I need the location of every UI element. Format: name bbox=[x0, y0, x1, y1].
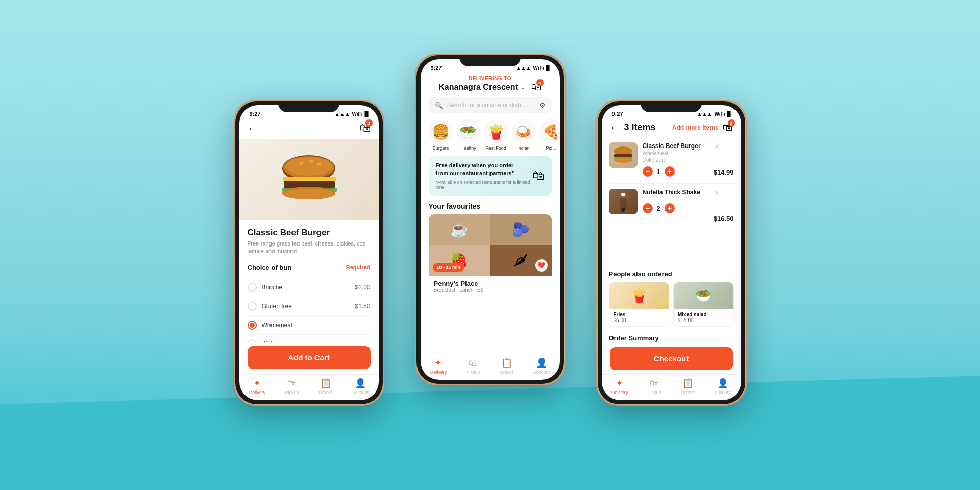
svg-rect-12 bbox=[614, 154, 632, 157]
nav-delivery-label-1: Delivery bbox=[249, 390, 266, 395]
option-wholemeal[interactable]: Wholemeal bbox=[248, 316, 371, 335]
pickup-icon-3: 🛍 bbox=[650, 378, 659, 389]
option-label-glutenfree: Gluten free bbox=[262, 303, 355, 310]
nav-pickup-3[interactable]: 🛍 Pickup bbox=[648, 378, 662, 395]
option-label-whitesesame: White sesame bbox=[262, 340, 371, 342]
restaurant-sub: Breakfast · Lunch · $$ bbox=[434, 287, 483, 293]
remove-burger-button[interactable]: ✕ bbox=[714, 142, 720, 151]
qty-increase-shake[interactable]: + bbox=[665, 203, 675, 213]
search-bar[interactable]: 🔍 Search for a cuisine or dish... ⚙ bbox=[429, 97, 552, 113]
option-glutenfree[interactable]: Gluten free $1.50 bbox=[248, 297, 371, 316]
nav-orders-label-1: Orders bbox=[318, 390, 333, 395]
nav-pickup-2[interactable]: 🛍 Pickup bbox=[467, 358, 480, 375]
notch-1 bbox=[278, 101, 339, 112]
battery-icon-2: █ bbox=[546, 65, 549, 71]
back-button-3[interactable]: ← bbox=[610, 121, 620, 133]
restaurant-card[interactable]: ☕ 🫐 🍓 🌶 10 - 15 min ❤️ Penny's Place Bre… bbox=[429, 214, 552, 297]
nav-delivery-label-2: Delivery bbox=[430, 370, 447, 375]
burgers-emoji: 🍔 bbox=[429, 119, 453, 144]
status-time-1: 9:27 bbox=[250, 111, 261, 117]
nav-orders-2[interactable]: 📋 Orders bbox=[500, 357, 514, 375]
cart-badge-2: 3 bbox=[536, 79, 544, 86]
nav-delivery-label-3: Delivery bbox=[611, 390, 628, 395]
food-img-1: ☕ bbox=[429, 214, 491, 245]
nav-account-label-1: Account bbox=[352, 390, 369, 395]
nav-account-3[interactable]: 👤 Account bbox=[715, 378, 731, 395]
qty-decrease-shake[interactable]: − bbox=[643, 203, 653, 213]
fastfood-label: Fast Food bbox=[485, 145, 506, 151]
pizza-label: Piz... bbox=[546, 145, 556, 151]
category-pizza[interactable]: 🍕 Piz... bbox=[539, 119, 560, 151]
account-icon-3: 👤 bbox=[717, 378, 728, 389]
burgers-label: Burgers bbox=[433, 145, 449, 151]
phone3-header: ← 3 Items Add more items 🛍 3 bbox=[602, 119, 741, 137]
restaurant-image: ☕ 🫐 🍓 🌶 10 - 15 min ❤️ bbox=[429, 214, 552, 276]
nav-account-1[interactable]: 👤 Account bbox=[352, 378, 369, 395]
phone2-header: DELIVERING TO Kananagra Crescent ⌄ 🛍 3 bbox=[421, 74, 560, 97]
search-icon: 🔍 bbox=[435, 102, 443, 109]
bottom-nav-3: ✦ Delivery 🛍 Pickup 📋 Orders 👤 Account bbox=[602, 374, 741, 400]
delivery-icon-1: ✦ bbox=[253, 378, 261, 389]
options-section: Choice of bun Required Brioche $2.00 Glu… bbox=[239, 259, 379, 342]
nav-delivery-1[interactable]: ✦ Delivery bbox=[249, 378, 266, 395]
nav-account-label-2: Account bbox=[533, 370, 550, 375]
address-text[interactable]: Kananagra Crescent bbox=[438, 83, 518, 92]
nav-pickup-1[interactable]: 🛍 Pickup bbox=[285, 378, 299, 395]
pickup-icon-1: 🛍 bbox=[287, 378, 297, 389]
delivery-icon-2: ✦ bbox=[434, 357, 442, 369]
nav-orders-label-3: Orders bbox=[681, 390, 695, 395]
cart-item-sub2-burger: Coke Zero bbox=[643, 157, 708, 163]
back-button[interactable]: ← bbox=[248, 122, 258, 134]
signal-icon-2: ▲▲▲ bbox=[516, 65, 531, 71]
category-fastfood[interactable]: 🍟 Fast Food bbox=[484, 119, 508, 151]
add-to-cart-button[interactable]: Add to Cart bbox=[248, 346, 371, 369]
cart-item-shake: Nutella Thick Shake − 2 + ✕ $16.50 bbox=[609, 184, 734, 230]
qty-decrease-burger[interactable]: − bbox=[643, 166, 653, 177]
nav-pickup-label-3: Pickup bbox=[648, 390, 662, 395]
address-chevron[interactable]: ⌄ bbox=[520, 84, 525, 91]
items-count: 3 Items bbox=[624, 122, 656, 133]
category-burgers[interactable]: 🍔 Burgers bbox=[429, 119, 453, 151]
also-item-fries[interactable]: 🍟 Fries $5.00 bbox=[609, 282, 670, 327]
nav-orders-3[interactable]: 📋 Orders bbox=[681, 378, 695, 395]
qty-increase-burger[interactable]: + bbox=[665, 166, 675, 177]
orders-icon-2: 📋 bbox=[501, 357, 512, 369]
favourite-button[interactable]: ❤️ bbox=[535, 259, 548, 272]
remove-shake-button[interactable]: ✕ bbox=[714, 189, 720, 197]
wifi-icon-2: WiFi bbox=[533, 65, 544, 71]
filter-icon[interactable]: ⚙ bbox=[539, 101, 546, 109]
category-healthy[interactable]: 🥗 Healthy bbox=[456, 119, 481, 151]
svg-point-2 bbox=[285, 157, 332, 176]
svg-point-18 bbox=[621, 208, 625, 212]
option-brioche[interactable]: Brioche $2.00 bbox=[248, 278, 371, 297]
fries-name: Fries bbox=[614, 312, 665, 317]
option-price-glutenfree: $1.50 bbox=[355, 303, 370, 310]
phone1-nav: ← 🛍 2 bbox=[239, 119, 379, 139]
battery-icon-3: █ bbox=[727, 111, 730, 117]
option-label-brioche: Brioche bbox=[262, 284, 355, 291]
add-more-link[interactable]: Add more items bbox=[672, 124, 719, 131]
order-summary-header: Order Summary bbox=[602, 330, 741, 344]
qty-num-burger: 1 bbox=[657, 168, 660, 176]
cart-button[interactable]: 🛍 2 bbox=[359, 121, 371, 135]
also-item-salad[interactable]: 🥗 Mixed salad $14.00 bbox=[673, 282, 734, 327]
nav-delivery-3[interactable]: ✦ Delivery bbox=[611, 378, 628, 395]
nav-orders-label-2: Orders bbox=[500, 370, 514, 375]
status-time-3: 9:27 bbox=[612, 111, 623, 117]
option-whitesesame[interactable]: White sesame bbox=[248, 335, 371, 342]
cart-item-name-shake: Nutella Thick Shake bbox=[643, 189, 708, 196]
account-icon-2: 👤 bbox=[536, 357, 547, 369]
nav-account-2[interactable]: 👤 Account bbox=[533, 357, 550, 375]
bottom-nav-2: ✦ Delivery 🛍 Pickup 📋 Orders 👤 Account bbox=[421, 354, 560, 380]
product-image bbox=[239, 139, 379, 220]
favourites-title: Your favourites bbox=[421, 202, 560, 214]
category-indian[interactable]: 🍛 Indian bbox=[511, 119, 536, 151]
restaurant-info: Penny's Place Breakfast · Lunch · $$ bbox=[429, 276, 552, 297]
phone-2: 9:27 ▲▲▲ WiFi █ DELIVERING TO Kananagra … bbox=[415, 54, 566, 385]
fastfood-emoji: 🍟 bbox=[484, 119, 508, 144]
nav-orders-1[interactable]: 📋 Orders bbox=[318, 378, 333, 395]
nav-delivery-2[interactable]: ✦ Delivery bbox=[430, 357, 447, 375]
healthy-label: Healthy bbox=[460, 145, 476, 151]
checkout-button[interactable]: Checkout bbox=[610, 347, 733, 370]
signal-icon-3: ▲▲▲ bbox=[697, 111, 713, 117]
